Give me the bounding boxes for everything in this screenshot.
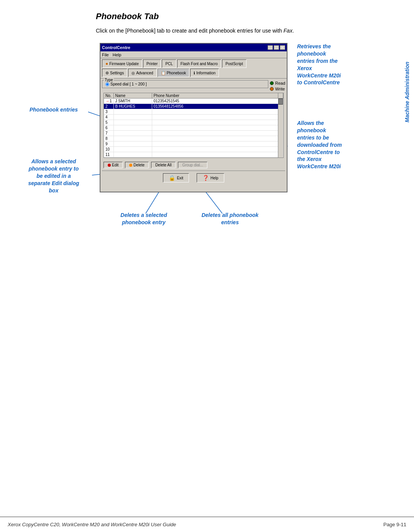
write-button[interactable]: Write [270,87,285,91]
page-footer: Xerox CopyCentre C20, WorkCentre M20 and… [0,517,414,532]
row-no: 2 [104,104,113,109]
table-row[interactable]: 3 [104,109,283,115]
speed-dial-radio-input[interactable] [105,82,109,86]
edit-icon [108,164,111,167]
description-post: . [292,28,294,34]
row-name: B HUGHES [113,104,152,109]
toolbar-settings[interactable]: ⚙ Settings [102,69,127,77]
toolbar-phonebook[interactable]: 📋 Phonebook [158,69,190,77]
table-row[interactable]: 5 [104,120,283,125]
toolbar-row-1: ● Firmware Update Printer PCL Flash Font… [102,59,285,68]
footer-page: Page 9-11 [383,522,406,527]
toolbar-postscript[interactable]: PostScript [222,59,246,68]
toolbar-firmware[interactable]: ● Firmware Update [102,59,142,68]
group-dial-label: Group dial... [182,163,203,167]
close-button[interactable]: × [280,45,285,50]
table-row[interactable]: 12 [104,158,283,158]
delete-label: Delete [133,163,145,167]
window-body: Type Speed dial [ 1 ~ 200 ] Read [100,79,287,186]
toolbar-printer[interactable]: Printer [143,59,161,68]
toolbar-row-2: ⚙ Settings ◎ Advanced 📋 Phonebook ℹ Info… [102,69,285,77]
table-row[interactable]: 9 [104,141,283,147]
maximize-button[interactable]: □ [274,45,279,50]
exit-label: Exit [177,176,183,180]
table-row[interactable]: 2 B HUGHES 01356481254856 [104,104,283,109]
window-mockup: ControlCentre _ □ × File Help ● Firmware… [100,43,288,192]
table-row[interactable]: →1 J SMITH 012354251545 [104,99,283,104]
col-header-no: No. [104,93,113,99]
description-text: Click on the [Phonebook] tab to create a… [96,28,284,34]
group-dial-button[interactable]: Group dial... [178,162,207,168]
annot-deletes-selected: Deletes a selected phonebook entry [111,212,176,226]
table-row[interactable]: 4 [104,115,283,120]
write-label: Write [275,87,285,91]
toolbar-flash-font[interactable]: Flash Font and Macro [177,59,221,68]
read-button[interactable]: Read [270,81,285,85]
read-icon [270,81,274,85]
speed-dial-label: Speed dial [ 1 ~ 200 ] [110,82,147,86]
col-header-phone: Phone Number [152,93,278,99]
menu-file[interactable]: File [102,53,109,57]
menu-help[interactable]: Help [113,53,122,57]
table-row[interactable]: 10 [104,147,283,152]
bottom-buttons: 🔒 Exit ❓ Help [102,171,285,185]
window-controls: _ □ × [268,45,285,50]
table-row[interactable]: 11 [104,152,283,158]
table-row[interactable]: 7 [104,131,283,136]
description: Click on the [Phonebook] tab to create a… [96,28,395,34]
annot-retrieves: Retrieves the phonebook entries from the… [297,43,374,86]
type-label: Type [104,78,114,82]
minimize-button[interactable]: _ [268,45,273,50]
annot-edit-dialog: Allows a selected phonebook entry to be … [15,158,92,194]
col-header-name: Name [113,93,152,99]
phonebook-table: No. Name Phone Number →1 J SMITH 0123542… [104,93,283,158]
delete-all-button[interactable]: Delete All [151,162,176,168]
window-toolbar: ● Firmware Update Printer PCL Flash Font… [100,58,287,79]
window-titlebar: ControlCentre _ □ × [100,44,287,51]
annot-phonebook-entries: Phonebook entries [19,106,88,113]
row-no: →1 [104,99,113,104]
table-row[interactable]: 6 [104,125,283,131]
delete-icon [129,164,132,167]
phonebook-tbody: →1 J SMITH 012354251545 2 B HUGHES 01 [104,99,283,158]
description-italic: Fax [284,28,292,34]
delete-button[interactable]: Delete [125,162,149,168]
action-buttons: Edit Delete Delete All Group dial... [102,159,285,171]
write-icon [270,87,274,91]
exit-button[interactable]: 🔒 Exit [163,173,189,182]
delete-all-label: Delete All [155,163,171,167]
annot-deletes-all: Deletes all phonebook entries [188,212,272,226]
help-button[interactable]: ❓ Help [197,173,224,182]
footer-text: Xerox CopyCentre C20, WorkCentre M20 and… [8,522,176,527]
toolbar-information[interactable]: ℹ Information [190,69,219,77]
help-label: Help [210,176,219,180]
page-title: Phonebook Tab [96,11,395,21]
phonebook-table-area: No. Name Phone Number →1 J SMITH 0123542… [104,93,284,158]
toolbar-pcl[interactable]: PCL [162,59,176,68]
row-phone: 01356481254856 [152,104,278,109]
edit-button[interactable]: Edit [104,162,123,168]
table-row[interactable]: 8 [104,136,283,141]
annot-allows-download: Allows the phonebook entries to be downl… [297,120,374,170]
window-menubar: File Help [100,51,287,58]
col-header-scroll [278,93,283,99]
edit-label: Edit [112,163,118,167]
sidebar-label: Machine Administration [400,31,414,153]
diagram-area: Phonebook entries Allows a selected phon… [12,43,395,265]
toolbar-advanced[interactable]: ◎ Advanced [128,69,156,77]
main-content: Phonebook Tab Click on the [Phonebook] t… [12,11,395,513]
row-phone: 012354251545 [152,99,278,104]
window-title: ControlCentre [102,45,130,50]
read-label: Read [275,81,285,85]
speed-dial-radio[interactable]: Speed dial [ 1 ~ 200 ] [105,82,265,86]
scrollbar[interactable] [278,99,283,158]
row-name: J SMITH [113,99,152,104]
